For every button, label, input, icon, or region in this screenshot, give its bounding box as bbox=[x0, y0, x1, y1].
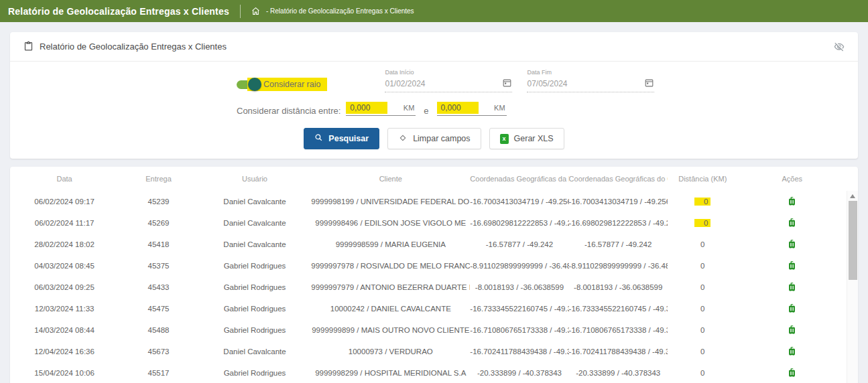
cell-data: 14/03/2024 08:44 bbox=[10, 326, 119, 334]
col-header-coord-entrega: Coordenadas Geográficas da Entreg bbox=[470, 175, 568, 183]
cell-coord-entrega: -16.733345522160745 / -49.3434 bbox=[470, 305, 568, 313]
cell-usuario: Daniel Cavalcante bbox=[198, 198, 311, 206]
date-range: Data Início 01/02/2024 bbox=[385, 69, 654, 92]
calendar-icon[interactable] bbox=[502, 78, 512, 90]
cell-entrega: 45239 bbox=[119, 198, 198, 206]
table-row: 04/03/2024 08:45 45375 Gabriel Rodrigues… bbox=[10, 255, 858, 277]
distance-max-field: 0,000 KM bbox=[437, 102, 507, 116]
cell-cliente: 9999999899 / MAIS OUTRO NOVO CLIENTE bbox=[311, 326, 470, 334]
cell-entrega: 45517 bbox=[119, 369, 198, 377]
scrollbar-thumb[interactable] bbox=[849, 201, 857, 280]
date-end-field[interactable]: Data Fim 07/05/2024 bbox=[527, 69, 654, 92]
luggage-action-icon[interactable] bbox=[787, 368, 797, 378]
distance-min-field: 0,000 KM bbox=[346, 102, 416, 116]
home-icon[interactable] bbox=[251, 7, 260, 15]
col-header-distancia: Distância (KM) bbox=[668, 175, 738, 183]
header-divider bbox=[240, 5, 241, 18]
distance-connector: e bbox=[424, 106, 428, 116]
page-title: Relatório de Geolocalização Entregas x C… bbox=[0, 6, 240, 17]
cell-coord-entrega: -16.57877 / -49.242 bbox=[470, 240, 568, 248]
luggage-action-icon[interactable] bbox=[787, 196, 797, 206]
cell-coord-cliente: -16.7003413034719 / -49.2562877 bbox=[569, 198, 668, 206]
cell-coord-entrega: -16.710806765173338 / -49.31778 bbox=[470, 326, 568, 334]
scroll-up-arrow-icon[interactable] bbox=[850, 194, 855, 198]
luggage-action-icon[interactable] bbox=[787, 346, 797, 356]
breadcrumb-label: - Relatório de Geolocalização Entregas x… bbox=[266, 7, 414, 15]
filter-card-header: Relatório de Geolocalização Entregas x C… bbox=[10, 32, 858, 62]
cell-usuario: Daniel Cavalcante bbox=[198, 240, 311, 248]
distance-min-input[interactable]: 0,000 bbox=[346, 102, 387, 114]
clipboard-icon bbox=[23, 41, 34, 53]
xls-file-icon: x bbox=[500, 134, 509, 144]
date-end-value[interactable]: 07/05/2024 bbox=[527, 79, 567, 88]
cell-distancia: 0 bbox=[668, 326, 738, 334]
luggage-action-icon[interactable] bbox=[787, 325, 797, 335]
date-start-value[interactable]: 01/02/2024 bbox=[385, 79, 425, 88]
luggage-action-icon[interactable] bbox=[787, 260, 797, 271]
clear-fields-button[interactable]: Limpar campos bbox=[387, 128, 481, 149]
cell-cliente: 9999998599 / MARIA EUGENIA bbox=[311, 240, 470, 248]
table-row: 12/03/2024 11:33 45475 Gabriel Rodrigues… bbox=[10, 298, 858, 319]
cell-cliente: 9999997978 / ROSIVALDO DE MELO FRANCO bbox=[311, 262, 470, 270]
cell-cliente: 9999998199 / UNIVERSIDADE FEDERAL DO RIO… bbox=[311, 198, 470, 206]
cell-entrega: 45418 bbox=[119, 240, 198, 248]
cell-cliente: 9999998496 / EDILSON JOSE VIGOLO ME bbox=[311, 219, 470, 227]
cell-data: 12/03/2024 11:33 bbox=[10, 305, 119, 313]
cell-acoes bbox=[738, 346, 847, 358]
date-start-label: Data Início bbox=[385, 69, 512, 76]
luggage-action-icon[interactable] bbox=[787, 282, 797, 292]
cell-coord-cliente: -16.710806765173338 / -49.317788 bbox=[569, 326, 668, 334]
distance-label: Considerar distância entre: bbox=[237, 106, 340, 116]
distance-filter-row: Considerar distância entre: 0,000 KM e 0… bbox=[237, 102, 858, 116]
search-button[interactable]: Pesquisar bbox=[304, 128, 379, 149]
cell-distancia: 0 bbox=[668, 348, 738, 356]
luggage-action-icon[interactable] bbox=[787, 303, 797, 313]
table-body: 06/02/2024 09:17 45239 Daniel Cavalcante… bbox=[10, 191, 858, 383]
filter-form: Considerar raio Data Início 01/02/2024 bbox=[10, 62, 858, 159]
breadcrumb: - Relatório de Geolocalização Entregas x… bbox=[251, 7, 414, 15]
cell-acoes bbox=[738, 325, 847, 336]
cell-coord-cliente: -16.698029812222853 / -49.25490 bbox=[569, 219, 668, 227]
cell-coord-cliente: -20.333899 / -40.378343 bbox=[569, 369, 668, 377]
luggage-action-icon[interactable] bbox=[787, 239, 797, 249]
date-start-field[interactable]: Data Início 01/02/2024 bbox=[385, 69, 512, 92]
cell-coord-cliente: -16.702411788439438 / -49.302181 bbox=[569, 348, 668, 356]
search-icon bbox=[314, 133, 323, 144]
calendar-icon[interactable] bbox=[644, 78, 654, 90]
cell-coord-entrega: -16.698029812222853 / -49.2549 bbox=[470, 219, 568, 227]
cell-acoes bbox=[738, 260, 847, 272]
cell-usuario: Daniel Cavalcante bbox=[198, 348, 311, 356]
filter-actions: Pesquisar Limpar campos x Gerar XLS bbox=[10, 128, 858, 149]
cell-coord-cliente: -8.0018193 / -36.0638599 bbox=[569, 283, 668, 291]
cell-entrega: 45269 bbox=[119, 219, 198, 227]
filter-card-title: Relatório de Geolocalização Entregas x C… bbox=[40, 42, 227, 52]
cell-usuario: Gabriel Rodrigues bbox=[198, 326, 311, 334]
cell-usuario: Gabriel Rodrigues bbox=[198, 283, 311, 291]
cell-coord-entrega: -16.702411788439438 / -49.3021 bbox=[470, 348, 568, 356]
cell-distancia: 0 bbox=[668, 369, 738, 377]
cell-usuario: Gabriel Rodrigues bbox=[198, 305, 311, 313]
eraser-icon bbox=[398, 133, 408, 145]
col-header-coord-cliente: Coordenadas Geográficas do Cliente bbox=[569, 175, 668, 183]
col-header-acoes: Ações bbox=[738, 175, 847, 183]
vertical-scrollbar[interactable] bbox=[847, 191, 858, 383]
cell-cliente: 9999997979 / ANTONIO BEZERRA DUARTE NETO bbox=[311, 283, 470, 291]
table-row: 14/03/2024 08:44 45488 Gabriel Rodrigues… bbox=[10, 319, 858, 341]
cell-coord-cliente: -16.57877 / -49.242 bbox=[569, 240, 668, 248]
visibility-off-icon[interactable] bbox=[834, 42, 845, 52]
distance-max-input[interactable]: 0,000 bbox=[437, 102, 479, 114]
cell-entrega: 45673 bbox=[119, 348, 198, 356]
cell-entrega: 45488 bbox=[119, 326, 198, 334]
cell-entrega: 45475 bbox=[119, 305, 198, 313]
col-header-data: Data bbox=[10, 175, 119, 183]
cell-data: 15/04/2024 10:06 bbox=[10, 369, 119, 377]
table-row: 06/02/2024 11:17 45269 Daniel Cavalcante… bbox=[10, 212, 858, 234]
cell-cliente: 10000973 / VERDURAO bbox=[311, 348, 470, 356]
cell-acoes bbox=[738, 196, 847, 208]
switch-knob bbox=[248, 78, 261, 91]
distance-min-unit: KM bbox=[404, 104, 416, 112]
cell-coord-entrega: -8.0018193 / -36.0638599 bbox=[470, 283, 568, 291]
cell-coord-entrega: -20.333899 / -40.378343 bbox=[470, 369, 568, 377]
generate-xls-button[interactable]: x Gerar XLS bbox=[489, 128, 564, 149]
luggage-action-icon[interactable] bbox=[787, 218, 797, 228]
